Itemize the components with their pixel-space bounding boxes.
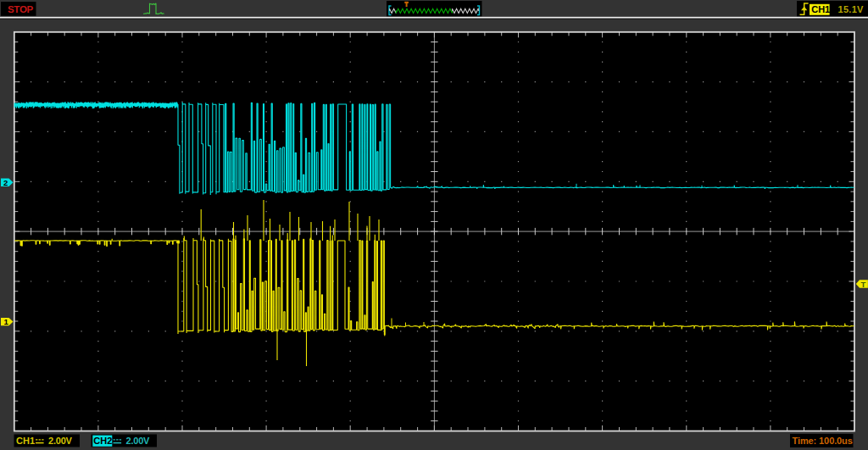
svg-text:2.00V: 2.00V <box>126 436 151 446</box>
svg-text:CH1: CH1 <box>16 436 35 446</box>
svg-text:CH2: CH2 <box>93 436 112 446</box>
svg-text:CH1: CH1 <box>811 4 830 14</box>
svg-text:T: T <box>861 280 866 289</box>
svg-text:STOP: STOP <box>8 4 34 14</box>
svg-text:1: 1 <box>4 317 9 326</box>
svg-text:15.1V: 15.1V <box>838 4 865 14</box>
svg-text:2: 2 <box>3 178 8 187</box>
svg-text:2.00V: 2.00V <box>48 436 73 446</box>
svg-text:Time: 100.0us: Time: 100.0us <box>793 436 853 446</box>
